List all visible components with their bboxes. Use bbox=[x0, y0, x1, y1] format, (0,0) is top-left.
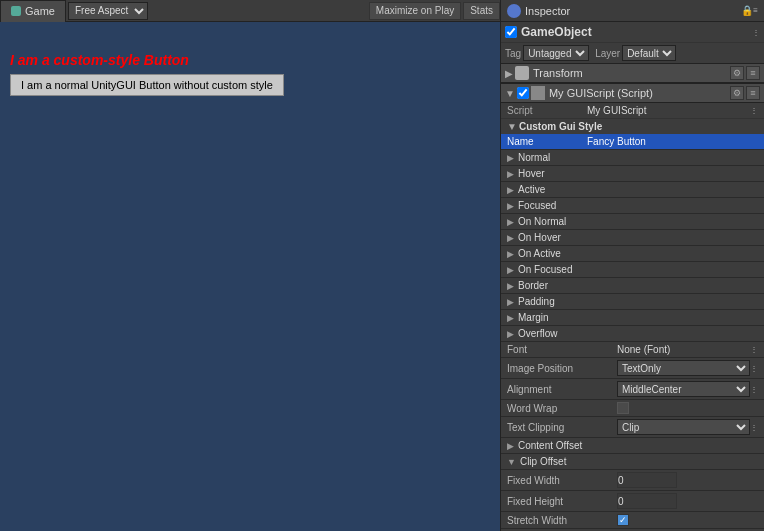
on-hover-arrow-icon: ▶ bbox=[507, 233, 514, 243]
stretch-width-checkbox[interactable]: ✓ bbox=[617, 514, 629, 526]
clip-offset-arrow-icon: ▼ bbox=[507, 457, 516, 467]
script-label: Script bbox=[507, 105, 587, 116]
cgs-label: Custom Gui Style bbox=[519, 121, 602, 132]
text-clipping-select[interactable]: Clip bbox=[617, 419, 750, 435]
transform-arrow-icon: ▶ bbox=[505, 68, 513, 79]
hover-collapse[interactable]: ▶ Hover bbox=[501, 165, 764, 181]
content-offset-collapse[interactable]: ▶ Content Offset bbox=[501, 437, 764, 453]
fixed-height-input[interactable] bbox=[617, 493, 677, 509]
padding-label: Padding bbox=[518, 296, 555, 307]
transform-component-icon bbox=[515, 66, 529, 80]
on-active-arrow-icon: ▶ bbox=[507, 249, 514, 259]
game-tab[interactable]: Game bbox=[0, 0, 66, 22]
gui-script-checkbox[interactable] bbox=[517, 87, 529, 99]
cgs-arrow-icon: ▼ bbox=[507, 121, 517, 132]
inspector-tab-label: Inspector bbox=[525, 5, 570, 17]
inspector-body: GameObject ⋮ Tag Untagged Layer Default … bbox=[501, 22, 764, 531]
gameobject-menu-icon[interactable]: ⋮ bbox=[752, 28, 760, 37]
transform-component-header[interactable]: ▶ Transform ⚙ ≡ bbox=[501, 63, 764, 83]
word-wrap-checkbox[interactable] bbox=[617, 402, 629, 414]
fixed-width-input[interactable] bbox=[617, 472, 677, 488]
image-position-dots-icon[interactable]: ⋮ bbox=[750, 364, 758, 373]
gui-script-label: My GUIScript (Script) bbox=[549, 87, 730, 99]
layer-select[interactable]: Default bbox=[622, 45, 676, 61]
aspect-select[interactable]: Free Aspect bbox=[68, 2, 148, 20]
margin-collapse[interactable]: ▶ Margin bbox=[501, 309, 764, 325]
overflow-arrow-icon: ▶ bbox=[507, 329, 514, 339]
transform-label: Transform bbox=[533, 67, 730, 79]
normal-button[interactable]: I am a normal UnityGUI Button without cu… bbox=[10, 74, 284, 96]
hover-label: Hover bbox=[518, 168, 545, 179]
game-tab-icon bbox=[11, 6, 21, 16]
gui-script-buttons: ⚙ ≡ bbox=[730, 86, 760, 100]
alignment-dots-icon[interactable]: ⋮ bbox=[750, 385, 758, 394]
inspector-header: Inspector 🔒 ≡ bbox=[501, 0, 764, 22]
transform-menu-icon[interactable]: ≡ bbox=[746, 66, 760, 80]
gameobject-name: GameObject bbox=[521, 25, 752, 39]
normal-collapse[interactable]: ▶ Normal bbox=[501, 149, 764, 165]
on-hover-label: On Hover bbox=[518, 232, 561, 243]
text-clipping-dots-icon[interactable]: ⋮ bbox=[750, 423, 758, 432]
active-arrow-icon: ▶ bbox=[507, 185, 514, 195]
name-field-label: Name bbox=[507, 136, 587, 147]
padding-collapse[interactable]: ▶ Padding bbox=[501, 293, 764, 309]
border-arrow-icon: ▶ bbox=[507, 281, 514, 291]
toolbar-right: Maximize on Play Stats bbox=[369, 2, 500, 20]
fixed-height-row: Fixed Height bbox=[501, 490, 764, 511]
tag-select[interactable]: Untagged bbox=[523, 45, 589, 61]
gameobject-checkbox[interactable] bbox=[505, 26, 517, 38]
active-label: Active bbox=[518, 184, 545, 195]
image-position-select[interactable]: TextOnly bbox=[617, 360, 750, 376]
alignment-label: Alignment bbox=[507, 384, 617, 395]
fancy-button[interactable]: I am a custom-style Button bbox=[10, 52, 189, 68]
margin-label: Margin bbox=[518, 312, 549, 323]
gameobject-row: GameObject ⋮ bbox=[501, 22, 764, 43]
transform-component-buttons: ⚙ ≡ bbox=[730, 66, 760, 80]
gui-script-component-header[interactable]: ▼ My GUIScript (Script) ⚙ ≡ bbox=[501, 83, 764, 103]
normal-label: Normal bbox=[518, 152, 550, 163]
layer-label: Layer bbox=[595, 48, 620, 59]
alignment-select[interactable]: MiddleCenter bbox=[617, 381, 750, 397]
name-row: Name Fancy Button bbox=[501, 134, 764, 149]
script-value: My GUIScript bbox=[587, 105, 750, 116]
maximize-on-play-button[interactable]: Maximize on Play bbox=[369, 2, 461, 20]
focused-label: Focused bbox=[518, 200, 556, 211]
focused-collapse[interactable]: ▶ Focused bbox=[501, 197, 764, 213]
on-hover-collapse[interactable]: ▶ On Hover bbox=[501, 229, 764, 245]
transform-settings-icon[interactable]: ⚙ bbox=[730, 66, 744, 80]
name-field-value[interactable]: Fancy Button bbox=[587, 136, 758, 147]
font-dots-icon[interactable]: ⋮ bbox=[750, 345, 758, 354]
inspector-menu-icon[interactable]: ≡ bbox=[753, 6, 758, 15]
active-collapse[interactable]: ▶ Active bbox=[501, 181, 764, 197]
lock-icon[interactable]: 🔒 bbox=[741, 5, 753, 16]
image-position-row: Image Position TextOnly ⋮ bbox=[501, 357, 764, 378]
inspector-scroll[interactable]: GameObject ⋮ Tag Untagged Layer Default … bbox=[501, 22, 764, 531]
on-normal-collapse[interactable]: ▶ On Normal bbox=[501, 213, 764, 229]
fixed-height-label: Fixed Height bbox=[507, 496, 617, 507]
margin-arrow-icon: ▶ bbox=[507, 313, 514, 323]
border-collapse[interactable]: ▶ Border bbox=[501, 277, 764, 293]
word-wrap-row: Word Wrap bbox=[501, 399, 764, 416]
text-clipping-row: Text Clipping Clip ⋮ bbox=[501, 416, 764, 437]
on-focused-collapse[interactable]: ▶ On Focused bbox=[501, 261, 764, 277]
tag-label: Tag bbox=[505, 48, 521, 59]
font-value: None (Font) bbox=[617, 344, 750, 355]
script-menu-icon[interactable]: ⋮ bbox=[750, 106, 758, 115]
overflow-collapse[interactable]: ▶ Overflow bbox=[501, 325, 764, 341]
gui-script-settings-icon[interactable]: ⚙ bbox=[730, 86, 744, 100]
stats-button[interactable]: Stats bbox=[463, 2, 500, 20]
game-toolbar: Game Free Aspect Maximize on Play Stats bbox=[0, 0, 500, 22]
border-label: Border bbox=[518, 280, 548, 291]
game-panel: Game Free Aspect Maximize on Play Stats … bbox=[0, 0, 500, 531]
gui-script-menu-icon[interactable]: ≡ bbox=[746, 86, 760, 100]
font-label: Font bbox=[507, 344, 617, 355]
font-row: Font None (Font) ⋮ bbox=[501, 341, 764, 357]
game-controls: Free Aspect bbox=[68, 2, 148, 20]
stretch-width-row: Stretch Width ✓ bbox=[501, 511, 764, 528]
on-normal-arrow-icon: ▶ bbox=[507, 217, 514, 227]
normal-arrow-icon: ▶ bbox=[507, 153, 514, 163]
on-active-collapse[interactable]: ▶ On Active bbox=[501, 245, 764, 261]
inspector-panel: Inspector 🔒 ≡ GameObject ⋮ Tag Untagged … bbox=[500, 0, 764, 531]
clip-offset-collapse[interactable]: ▼ Clip Offset bbox=[501, 453, 764, 469]
word-wrap-label: Word Wrap bbox=[507, 403, 617, 414]
